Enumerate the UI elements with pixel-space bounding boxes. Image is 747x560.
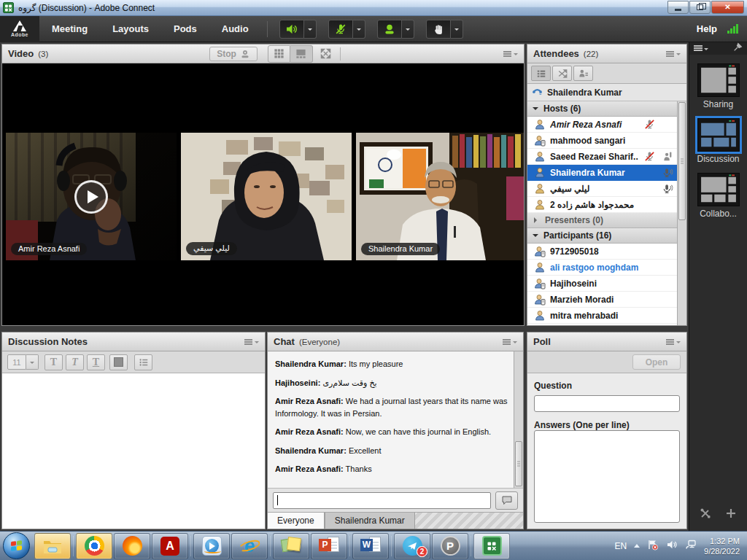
chat-tab-everyone[interactable]: Everyone (268, 513, 325, 529)
taskbar-word[interactable]: W (352, 533, 389, 559)
attendee-row[interactable]: 9712905018 (527, 244, 677, 260)
speaker-dropdown[interactable] (304, 20, 317, 39)
attendee-row[interactable]: mitra mehrabadi (527, 308, 677, 324)
webcam-dropdown[interactable] (402, 20, 414, 39)
send-message-button[interactable] (495, 491, 518, 510)
chat-message: Amir Reza Asnafi: Now, we can have this … (275, 426, 508, 438)
webcam-button[interactable] (377, 20, 402, 39)
manage-layouts-button[interactable] (700, 508, 711, 522)
layout-collaboration-thumbnail[interactable] (697, 173, 740, 206)
scrollbar-thumb[interactable] (515, 441, 522, 486)
layout-sharing-thumbnail[interactable] (697, 63, 740, 97)
restore-button[interactable] (689, 1, 711, 14)
taskbar-explorer[interactable] (34, 533, 71, 559)
attendee-status-view-button[interactable] (573, 66, 593, 81)
attendee-row[interactable]: ليلي سيفي (527, 181, 677, 197)
play-overlay-button[interactable] (74, 180, 108, 214)
breakout-view-button[interactable] (552, 66, 572, 81)
start-button[interactable] (3, 532, 30, 559)
volume-icon[interactable] (666, 539, 678, 553)
action-center-icon[interactable] (647, 539, 659, 553)
connection-status-icon[interactable] (727, 24, 738, 34)
video-pod-menu[interactable] (503, 50, 518, 58)
chat-scrollbar[interactable] (514, 351, 523, 488)
presenters-section-header[interactable]: Presenters (0) (527, 213, 677, 228)
underline-button[interactable]: T (87, 354, 105, 370)
network-icon[interactable] (685, 539, 697, 553)
fullscreen-button[interactable] (320, 48, 331, 59)
taskbar-telegram[interactable]: 2 (394, 533, 430, 559)
chat-message: Hajihoseini: ⁦ری⁩⁦سلام⁩ ⁦وقت⁩ ⁦بخ⁩ (275, 377, 508, 389)
language-indicator[interactable]: EN (614, 541, 627, 551)
microphone-dropdown[interactable] (353, 20, 365, 39)
taskbar-internet-explorer[interactable]: e (231, 533, 268, 559)
attendee-row[interactable]: ali rastgoo moghdam (527, 260, 677, 276)
raise-hand-dropdown[interactable] (451, 20, 463, 39)
italic-button[interactable]: T (66, 354, 84, 370)
help-menu[interactable]: Help (691, 23, 723, 34)
poll-answers-textarea[interactable] (534, 430, 680, 523)
menu-bar: Adobe Meeting Layouts Pods Audio Help (0, 16, 747, 42)
taskbar-adobe-connect[interactable] (473, 533, 510, 559)
pin-panel-button[interactable] (732, 42, 743, 55)
minimize-button[interactable] (667, 1, 689, 14)
close-button[interactable]: ✕ (711, 1, 744, 14)
taskbar-firefox[interactable] (114, 533, 150, 559)
notes-pod-header: Discussion Notes (2, 332, 265, 351)
host-icon (534, 151, 546, 163)
taskbar-clock[interactable]: 1:32 PM 9/28/2022 (704, 536, 740, 556)
scrollbar-thumb[interactable] (678, 102, 686, 220)
font-size-value[interactable]: 11 (7, 354, 26, 370)
raise-hand-button[interactable] (426, 20, 451, 39)
chat-input[interactable] (273, 492, 491, 509)
grid-view-toggle[interactable] (268, 45, 290, 63)
filmstrip-view-toggle[interactable] (290, 45, 313, 63)
poll-pod-title: Poll (533, 336, 551, 347)
attendee-row[interactable]: Marzieh Moradi (527, 292, 677, 308)
attendee-row[interactable]: Saeed Rezaei Sharif... (527, 149, 677, 165)
speaker-button[interactable] (279, 20, 304, 39)
play-icon (88, 190, 98, 203)
notes-toolbar: 11 T T T (2, 351, 265, 373)
layout-discussion-thumbnail[interactable] (697, 118, 740, 152)
poll-question-input[interactable] (534, 395, 680, 412)
menu-meeting[interactable]: Meeting (39, 16, 100, 42)
attendees-scrollbar[interactable] (677, 101, 686, 325)
text-color-button[interactable] (109, 354, 128, 370)
poll-pod-menu[interactable] (666, 338, 681, 346)
font-size-dropdown[interactable] (26, 354, 39, 370)
menubar-separator (267, 21, 268, 37)
menu-audio[interactable]: Audio (209, 16, 261, 42)
chat-tab-private[interactable]: Shailendra Kumar (325, 513, 415, 529)
taskbar-psiphon[interactable]: P (432, 533, 468, 559)
show-hidden-icons-button[interactable] (634, 541, 640, 548)
attendee-row[interactable]: mahmood sangari (527, 133, 677, 149)
poll-open-button[interactable]: Open (632, 354, 681, 370)
participants-section-header[interactable]: Participants (16) (527, 228, 677, 244)
bold-button[interactable]: T (44, 354, 63, 370)
taskbar-acrobat[interactable]: A (152, 533, 188, 559)
taskbar-powerpoint[interactable]: P (311, 533, 347, 559)
chat-pod-menu[interactable] (503, 338, 517, 346)
notes-editor[interactable] (2, 373, 265, 529)
taskbar-chrome[interactable] (76, 533, 112, 559)
taskbar-media-player[interactable] (193, 533, 230, 559)
mic-muted-icon (644, 151, 655, 162)
add-layout-button[interactable] (725, 508, 737, 522)
video-frame (356, 133, 524, 260)
stop-webcam-button[interactable]: Stop (209, 47, 258, 61)
bullet-list-button[interactable] (134, 354, 152, 370)
attendee-row-selected[interactable]: Shailendra Kumar (527, 165, 677, 181)
layouts-menu[interactable] (694, 45, 708, 52)
attendees-pod-menu[interactable] (666, 50, 681, 58)
hosts-section-header[interactable]: Hosts (6) (527, 101, 677, 117)
menu-layouts[interactable]: Layouts (100, 16, 161, 42)
attendee-row[interactable]: Hajihoseini (527, 276, 677, 292)
microphone-muted-button[interactable] (328, 20, 353, 39)
attendee-list-view-button[interactable] (531, 66, 551, 81)
notes-pod-menu[interactable] (244, 338, 259, 346)
taskbar-sticky-notes[interactable] (273, 533, 309, 559)
menu-pods[interactable]: Pods (161, 16, 209, 42)
attendee-row[interactable]: محمدجواد هاشم زاده 2 (527, 197, 677, 213)
attendee-row[interactable]: Amir Reza Asnafi (527, 117, 677, 133)
